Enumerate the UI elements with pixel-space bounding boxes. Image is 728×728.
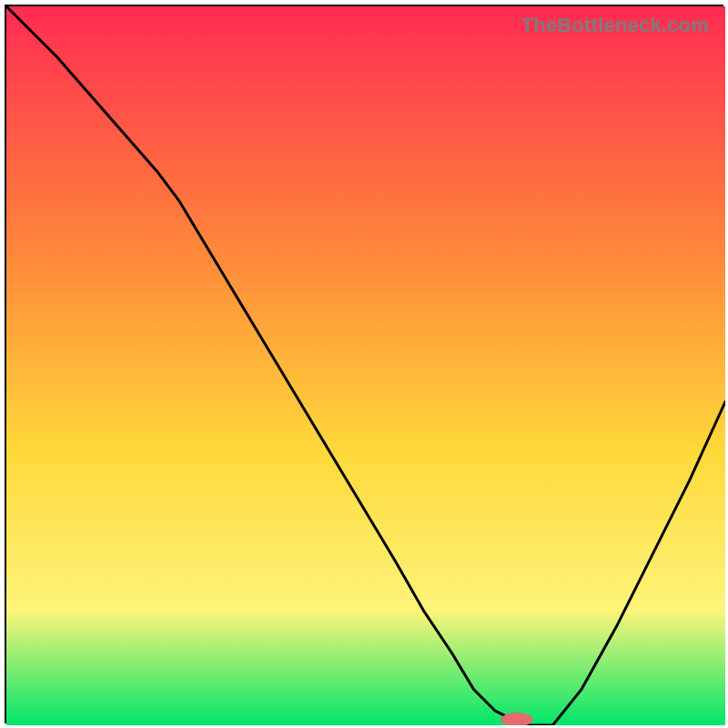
optimum-marker — [501, 713, 533, 725]
chart-canvas — [6, 6, 725, 725]
gradient-background — [6, 6, 725, 725]
watermark-text: TheBottleneck.com — [521, 14, 709, 37]
chart-frame: TheBottleneck.com — [5, 5, 723, 723]
